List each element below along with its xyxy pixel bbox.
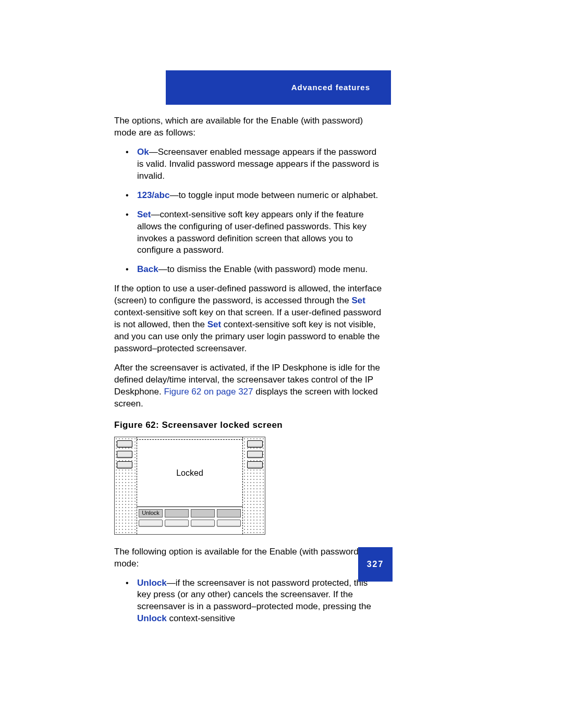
options-list-2: Unlock—if the screensaver is not passwor… (114, 577, 383, 625)
list-item: 123/abc—to toggle input mode between num… (114, 190, 383, 202)
paragraph-user-password: If the option to use a user-defined pass… (114, 283, 383, 355)
option-text: context-sensitive (167, 613, 235, 623)
option-keyword-set: Set (137, 209, 151, 219)
hardkey (217, 520, 241, 527)
option-keyword-back: Back (137, 264, 158, 274)
softkey-unlock: Unlock (139, 509, 163, 517)
option-keyword-unlock: Unlock (137, 578, 167, 588)
list-item: Ok—Screensaver enabled message appears i… (114, 146, 383, 182)
paragraph-after-activate: After the screensaver is activated, if t… (114, 362, 383, 410)
inline-keyword-set: Set (207, 319, 221, 329)
options-list-1: Ok—Screensaver enabled message appears i… (114, 146, 383, 276)
side-button (117, 451, 132, 458)
phone-right-sidekeys (242, 437, 265, 534)
option-text: —to toggle input mode between numeric or… (169, 190, 378, 200)
option-keyword-ok: Ok (137, 147, 149, 157)
phone-display: Locked (137, 440, 243, 507)
phone-center: Locked Unlock (137, 437, 243, 534)
inline-keyword-unlock: Unlock (137, 613, 167, 623)
side-button (247, 461, 263, 468)
cross-reference-link[interactable]: Figure 62 on page 327 (164, 387, 253, 397)
page-number: 327 (358, 547, 393, 582)
list-item: Set—context-sensitive soft key appears o… (114, 209, 383, 257)
list-item: Back—to dismiss the Enable (with passwor… (114, 264, 383, 276)
option-text: —to dismiss the Enable (with password) m… (158, 264, 368, 274)
softkey-empty (191, 509, 215, 517)
hardkey-row (137, 517, 243, 529)
locked-label: Locked (176, 467, 203, 479)
header-bar: Advanced features (166, 70, 391, 105)
paragraph-following-option: The following option is available for th… (114, 546, 383, 570)
figure-caption: Figure 62: Screensaver locked screen (114, 419, 383, 431)
page-number-value: 327 (367, 559, 384, 570)
header-title: Advanced features (291, 82, 370, 93)
text-fragment: If the option to use a user-defined pass… (114, 283, 382, 305)
hardkey (139, 520, 163, 527)
phone-left-sidekeys (115, 437, 137, 534)
page-content: The options, which are available for the… (114, 115, 383, 632)
softkey-empty (217, 509, 241, 517)
intro-paragraph: The options, which are available for the… (114, 115, 383, 139)
document-page: Advanced features The options, which are… (0, 0, 563, 728)
side-button (117, 440, 132, 448)
softkey-empty (165, 509, 189, 517)
softkey-row: Unlock (137, 507, 243, 517)
option-keyword-123abc: 123/abc (137, 190, 169, 200)
side-button (247, 440, 263, 448)
side-button (247, 451, 263, 458)
phone-screenshot: Locked Unlock (114, 437, 265, 535)
option-text: —context-sensitive soft key appears only… (137, 209, 366, 255)
inline-keyword-set: Set (351, 295, 365, 305)
option-text: —if the screensaver is not password prot… (137, 578, 371, 612)
side-button (117, 461, 132, 468)
hardkey (191, 520, 215, 527)
option-text: —Screensaver enabled message appears if … (137, 147, 379, 181)
list-item: Unlock—if the screensaver is not passwor… (114, 577, 383, 625)
hardkey (165, 520, 189, 527)
